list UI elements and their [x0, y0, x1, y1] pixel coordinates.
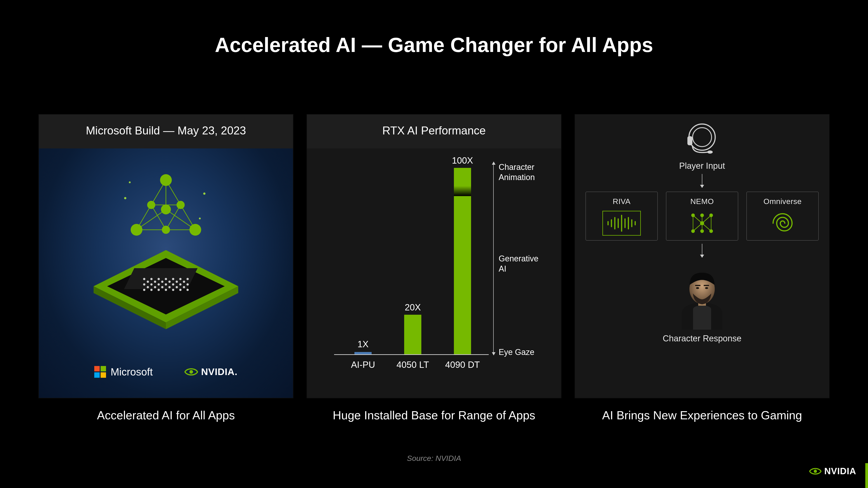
chart-value-label: 1X [358, 339, 369, 349]
nvidia-eye-icon [809, 467, 822, 476]
panel-body: Player Input RIVA [575, 117, 829, 398]
svg-point-40 [143, 289, 145, 291]
svg-point-9 [160, 174, 172, 186]
svg-point-43 [165, 289, 167, 291]
panel-header: RTX AI Performance [307, 115, 561, 149]
svg-point-13 [147, 201, 155, 209]
svg-point-92 [696, 287, 699, 289]
svg-point-27 [150, 278, 153, 280]
logo-row: Microsoft NVIDIA. [39, 366, 293, 378]
neural-net-small-icon [686, 211, 718, 236]
spiral-icon [769, 211, 796, 236]
slide-title: Accelerated AI — Game Changer for All Ap… [0, 33, 868, 57]
axis-annotation-middle: Generative AI [499, 254, 538, 274]
footer-nvidia-logo: NVIDIA [809, 466, 856, 476]
svg-point-44 [172, 289, 174, 291]
svg-point-46 [186, 289, 189, 291]
svg-point-55 [161, 286, 163, 288]
panel-body: 1X 20X 100X AI-PU 4050 LT 4090 DT Charac… [307, 149, 561, 398]
svg-point-84 [700, 214, 704, 217]
nvidia-wordmark: NVIDIA [824, 466, 856, 476]
svg-point-89 [709, 229, 713, 233]
svg-point-14 [177, 201, 185, 209]
nvidia-logo: NVIDIA. [184, 366, 238, 377]
svg-point-83 [691, 214, 695, 217]
omniverse-box: Omniverse [746, 192, 819, 240]
svg-point-19 [199, 218, 201, 219]
chip-icon [89, 246, 243, 340]
svg-point-56 [168, 286, 170, 288]
tech-box-row: RIVA [575, 192, 829, 240]
source-citation: Source: NVIDIA [0, 454, 868, 463]
svg-point-34 [150, 283, 153, 286]
character-response-label: Character Response [663, 334, 742, 344]
player-input-label: Player Input [679, 161, 725, 171]
chart-plot-area: 1X 20X 100X AI-PU 4050 LT 4090 DT [334, 162, 489, 355]
svg-point-62 [707, 151, 713, 154]
character-image [672, 264, 733, 330]
svg-point-93 [705, 287, 708, 289]
svg-point-28 [158, 278, 160, 280]
svg-point-41 [150, 289, 153, 291]
svg-point-45 [179, 289, 182, 291]
arrow-down-icon [702, 174, 702, 188]
chart-category-label: 4090 DT [445, 354, 480, 370]
svg-point-50 [168, 281, 170, 283]
svg-point-87 [691, 229, 695, 233]
panel-rtx-chart: RTX AI Performance 1X 20X 100X AI-PU 405… [307, 114, 561, 398]
nvidia-wordmark: NVIDIA. [201, 366, 238, 377]
svg-point-51 [176, 281, 178, 283]
svg-point-52 [183, 281, 185, 283]
svg-point-16 [124, 197, 126, 199]
slide-accent-bar [865, 463, 868, 488]
nvidia-eye-icon [184, 367, 198, 377]
microsoft-logo: Microsoft [94, 366, 153, 378]
svg-point-11 [189, 224, 201, 236]
svg-point-33 [143, 283, 145, 286]
chart-category-label: 4050 LT [397, 354, 429, 370]
chart-category-label: AI-PU [351, 354, 375, 370]
svg-point-26 [143, 278, 145, 280]
caption-row: Accelerated AI for All Apps Huge Install… [38, 409, 830, 422]
svg-point-17 [203, 193, 206, 195]
svg-rect-95 [704, 285, 709, 286]
panel-body: Microsoft NVIDIA. [39, 149, 293, 398]
neural-net-icon [114, 171, 218, 243]
svg-point-15 [162, 226, 170, 234]
svg-point-36 [165, 283, 167, 286]
svg-rect-25 [124, 268, 197, 289]
chart-bar-4090dt [454, 168, 471, 354]
svg-point-10 [131, 224, 143, 236]
svg-point-30 [172, 278, 174, 280]
svg-point-47 [147, 281, 149, 283]
svg-rect-94 [695, 285, 701, 286]
svg-point-31 [179, 278, 182, 280]
chart-right-axis: Character Animation Generative AI Eye Ga… [493, 162, 538, 355]
svg-point-32 [186, 278, 189, 280]
microsoft-wordmark: Microsoft [111, 366, 153, 378]
svg-point-18 [129, 182, 131, 183]
panel-ms-build: Microsoft Build — May 23, 2023 [38, 114, 293, 398]
svg-point-48 [154, 281, 156, 283]
chart-value-label: 100X [452, 156, 473, 166]
svg-point-42 [158, 289, 160, 291]
svg-point-35 [158, 283, 160, 286]
svg-point-57 [176, 286, 178, 288]
svg-point-49 [161, 281, 163, 283]
riva-box: RIVA [585, 192, 658, 240]
axis-annotation-top: Character Animation [499, 162, 538, 182]
nemo-label: NEMO [690, 197, 714, 206]
chart-bar-aipu [354, 352, 372, 354]
microsoft-icon [94, 366, 106, 378]
svg-point-29 [165, 278, 167, 280]
panel-header: Microsoft Build — May 23, 2023 [39, 115, 293, 149]
svg-point-39 [186, 283, 189, 286]
arrow-down-icon [702, 244, 702, 257]
svg-point-53 [147, 286, 149, 288]
svg-point-85 [709, 214, 713, 217]
svg-point-38 [179, 283, 182, 286]
rtx-chart: 1X 20X 100X AI-PU 4050 LT 4090 DT Charac… [334, 162, 538, 373]
headset-icon [683, 119, 721, 157]
chart-bar-4050lt [404, 315, 421, 354]
omniverse-label: Omniverse [764, 197, 802, 206]
